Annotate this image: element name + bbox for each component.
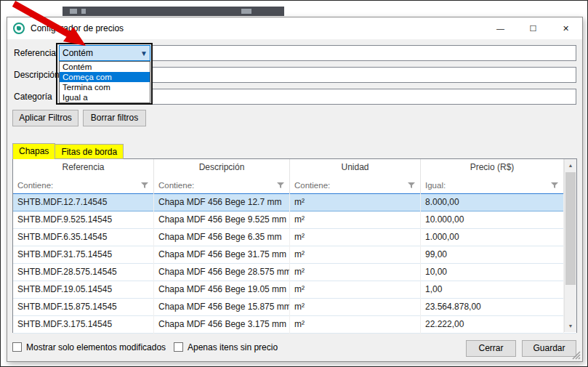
table-cell: 8.000,00: [421, 194, 564, 211]
table-cell: m²: [290, 211, 421, 229]
table-cell: m²: [290, 229, 421, 246]
table-cell: SHTB.MDF.3.175.14545: [13, 316, 154, 334]
guardar-button[interactable]: Guardar: [522, 340, 576, 357]
filter-funnel-icon[interactable]: [276, 182, 285, 189]
close-button[interactable]: ✕: [549, 17, 582, 39]
column-header-referencia[interactable]: Referencia: [13, 159, 154, 177]
table-row[interactable]: SHTB.MDF.3.175.14545Chapa MDF 456 Bege 3…: [13, 316, 576, 334]
table-cell: m²: [290, 299, 421, 316]
vertical-scrollbar[interactable]: ▲ ▼: [564, 159, 576, 332]
background-window-fragment: [63, 7, 284, 16]
table-cell: 23.564.878,00: [421, 299, 564, 316]
column-header-descripcion[interactable]: Descripción: [154, 159, 290, 177]
table-cell: SHTB.MDF.6.35.14545: [13, 229, 154, 246]
chevron-down-icon: ▼: [138, 49, 150, 57]
resize-grip[interactable]: [571, 350, 581, 360]
table-cell: SHTB.MDF.31.75.14545: [13, 246, 154, 264]
table-row[interactable]: SHTB.MDF.6.35.14545Chapa MDF 456 Bege 6.…: [13, 229, 576, 246]
table-cell: Chapa MDF 456 Bege 3.175 mm: [154, 316, 290, 334]
table-filter-row: Contiene: Contiene: Contiene: Igual:: [13, 177, 576, 194]
table-cell: 1.000,00: [421, 229, 564, 246]
filter-cell-precio[interactable]: Igual:: [421, 177, 564, 194]
title-bar[interactable]: Configurador de precios — ☐ ✕: [7, 17, 582, 39]
table-row[interactable]: SHTB.MDF.9.525.14545Chapa MDF 456 Bege 9…: [13, 211, 576, 229]
window-title: Configurador de precios: [31, 23, 124, 33]
table-row[interactable]: SHTB.MDF.31.75.14545Chapa MDF 456 Bege 3…: [13, 246, 576, 264]
table-cell: Chapa MDF 456 Bege 9.525 mm: [154, 211, 290, 229]
tab-chapas[interactable]: Chapas: [12, 143, 55, 159]
table-cell: Chapa MDF 456 Bege 12.7 mm: [154, 194, 290, 211]
descripcion-label: Descripción: [14, 70, 60, 80]
filter-cell-unidad[interactable]: Contiene:: [290, 177, 421, 194]
dropdown-option[interactable]: Começa com: [60, 72, 150, 82]
tab-fitas-de-borda[interactable]: Fitas de borda: [55, 144, 124, 159]
screenshot-root: Configurador de precios — ☐ ✕ Referencia…: [0, 0, 588, 367]
filter-funnel-icon[interactable]: [550, 182, 559, 189]
column-header-unidad[interactable]: Unidad: [290, 159, 421, 177]
table-cell: SHTB.MDF.19.05.14545: [13, 281, 154, 299]
categoria-input[interactable]: [152, 89, 576, 105]
table-row[interactable]: SHTB.MDF.12.7.14545Chapa MDF 456 Bege 12…: [13, 194, 576, 211]
scroll-down-icon[interactable]: ▼: [565, 320, 576, 332]
table-cell: 99,00: [421, 246, 564, 264]
table-cell: Chapa MDF 456 Bege 19.05 mm: [154, 281, 290, 299]
table-body: SHTB.MDF.12.7.14545Chapa MDF 456 Bege 12…: [13, 194, 576, 334]
background-glyph: [241, 9, 251, 14]
scrollbar-thumb[interactable]: [565, 172, 576, 285]
referencia-input[interactable]: [152, 45, 576, 61]
background-glyph: [81, 9, 86, 14]
referencia-match-combobox[interactable]: Contém ▼: [59, 45, 150, 61]
filter-cell-referencia[interactable]: Contiene:: [13, 177, 154, 194]
table-row[interactable]: SHTB.MDF.19.05.14545Chapa MDF 456 Bege 1…: [13, 281, 576, 299]
table-cell: SHTB.MDF.15.875.14545: [13, 299, 154, 316]
scroll-up-icon[interactable]: ▲: [565, 159, 576, 172]
table-cell: m²: [290, 264, 421, 281]
dropdown-option[interactable]: Termina com: [60, 82, 150, 92]
table-cell: 1,00: [421, 281, 564, 299]
table-row[interactable]: SHTB.MDF.15.875.14545Chapa MDF 456 Bege …: [13, 299, 576, 316]
checkbox-items-without-price-label: Apenas itens sin precio: [188, 342, 278, 352]
categoria-label: Categoría: [14, 92, 52, 102]
checkbox-show-modified[interactable]: [12, 342, 22, 352]
filter-funnel-icon[interactable]: [407, 182, 416, 189]
column-header-precio[interactable]: Precio (R$): [421, 159, 564, 177]
filter-funnel-icon[interactable]: [140, 182, 149, 189]
table-cell: 10,00: [421, 264, 564, 281]
descripcion-input[interactable]: [152, 67, 576, 83]
background-glyph: [70, 9, 77, 14]
table-cell: Chapa MDF 456 Bege 31.75 mm: [154, 246, 290, 264]
table-row[interactable]: SHTB.MDF.28.575.14545Chapa MDF 456 Bege …: [13, 264, 576, 281]
apply-filters-button[interactable]: Aplicar Filtros: [12, 110, 78, 126]
dialog-window: Configurador de precios — ☐ ✕ Referencia…: [7, 17, 583, 362]
price-table: Referencia Descripción Unidad Precio (R$…: [12, 158, 577, 333]
table-cell: m²: [290, 316, 421, 334]
table-header-row: Referencia Descripción Unidad Precio (R$…: [13, 159, 576, 177]
cerrar-button[interactable]: Cerrar: [466, 340, 516, 357]
table-cell: m²: [290, 281, 421, 299]
filter-cell-descripcion[interactable]: Contiene:: [154, 177, 290, 194]
dropdown-option[interactable]: Igual a: [60, 92, 150, 102]
table-cell: m²: [290, 246, 421, 264]
table-cell: 22.222,00: [421, 316, 564, 334]
minimize-button[interactable]: —: [484, 17, 517, 39]
dropdown-option[interactable]: Contém: [60, 62, 150, 72]
combobox-value: Contém: [60, 48, 138, 58]
table-cell: Chapa MDF 456 Bege 15.875 mm: [154, 299, 290, 316]
table-cell: 10.000,00: [421, 211, 564, 229]
table-cell: m²: [290, 194, 421, 211]
table-cell: SHTB.MDF.28.575.14545: [13, 264, 154, 281]
table-cell: Chapa MDF 456 Bege 6.35 mm: [154, 229, 290, 246]
table-cell: Chapa MDF 456 Bege 28.575 mm: [154, 264, 290, 281]
app-icon: [13, 23, 25, 34]
table-cell: SHTB.MDF.12.7.14545: [13, 194, 154, 211]
maximize-button[interactable]: ☐: [517, 17, 549, 39]
table-cell: SHTB.MDF.9.525.14545: [13, 211, 154, 229]
clear-filters-button[interactable]: Borrar filtros: [83, 110, 146, 126]
checkbox-items-without-price[interactable]: [174, 342, 183, 352]
combo-dropdown-list: ContémComeça comTermina comIgual a: [59, 61, 150, 103]
checkbox-show-modified-label: Mostrar solo elementos modificados: [26, 342, 166, 352]
referencia-label: Referencia: [14, 48, 56, 58]
tab-strip: Chapas Fitas de borda: [12, 143, 124, 159]
